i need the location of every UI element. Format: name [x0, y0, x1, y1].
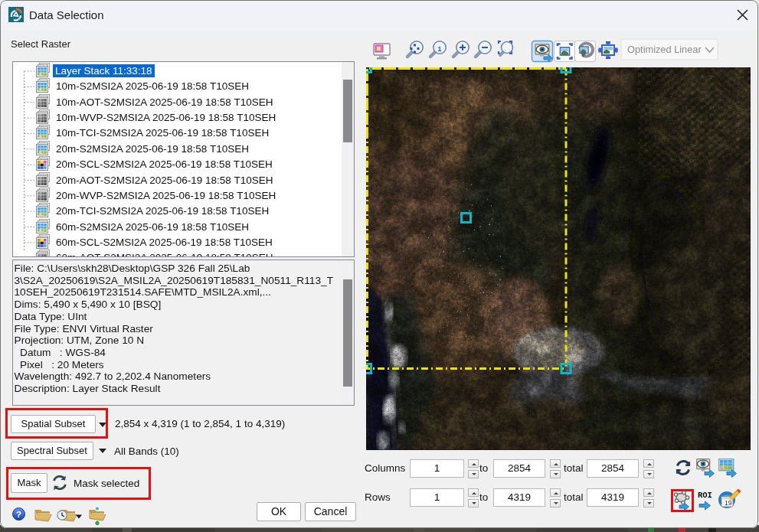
svg-text:1: 1 [437, 45, 441, 53]
svg-text:?: ? [16, 510, 21, 519]
svg-text:Optimized Linear: Optimized Linear [627, 44, 702, 55]
svg-text:ROI: ROI [698, 491, 712, 500]
